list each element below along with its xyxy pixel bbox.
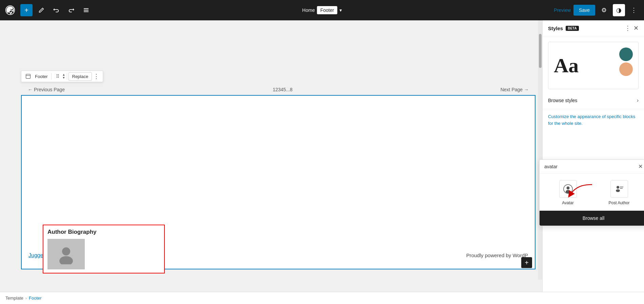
breadcrumb-home[interactable]: Home (302, 7, 315, 13)
breadcrumb-nav: Home Footer ▾ (302, 6, 342, 14)
block-toolbar: Footer ⠿ ▲ ▼ Replace ⋮ (21, 71, 103, 82)
beta-badge: Beta (566, 26, 579, 31)
add-block-toolbar-button[interactable]: + (20, 4, 33, 16)
breadcrumb-current[interactable]: Footer (317, 6, 337, 14)
breadcrumb-dropdown-icon[interactable]: ▾ (339, 7, 342, 13)
separator (51, 73, 52, 80)
save-button[interactable]: Save (573, 5, 595, 16)
scroll-thumb[interactable] (539, 34, 542, 68)
author-bio-title: Author Biography (47, 229, 160, 235)
author-biography-block: Author Biography (43, 225, 165, 273)
author-avatar-placeholder (47, 239, 85, 269)
style-preview-card[interactable]: Aa (548, 42, 639, 89)
svg-rect-2 (84, 10, 89, 11)
powered-by-text: Proudly powered by WordP (466, 252, 528, 258)
block-search-clear-button[interactable]: ✕ (638, 163, 643, 170)
footer-breadcrumb-link[interactable]: Footer (29, 296, 42, 301)
block-item-post-author[interactable]: Post Author (596, 180, 642, 205)
separator2 (67, 73, 67, 80)
block-search-input-row: ✕ (540, 160, 644, 173)
next-page-link[interactable]: Next Page → (501, 87, 529, 92)
toolbar-right: Preview Save ⚙ ◑ ⋮ (554, 4, 640, 16)
contrast-icon[interactable]: ◑ (613, 4, 625, 16)
post-author-block-icon (610, 180, 628, 198)
replace-button[interactable]: Replace (69, 72, 92, 81)
browse-styles-link[interactable]: Browse styles (548, 98, 577, 103)
wp-logo[interactable] (4, 4, 16, 16)
panel-header: Styles Beta ⋮ ✕ (543, 20, 644, 36)
more-options-icon[interactable]: ⋮ (628, 4, 640, 16)
red-arrow-annotation (567, 183, 594, 200)
list-view-button[interactable] (80, 4, 92, 16)
prev-page-link[interactable]: ← Previous Page (28, 87, 65, 92)
undo-button[interactable] (50, 4, 62, 16)
svg-point-12 (616, 189, 620, 192)
main-layout: Footer ⠿ ▲ ▼ Replace ⋮ ← Previous Page 1… (0, 20, 644, 292)
add-block-bottom-button[interactable]: + (521, 257, 532, 268)
settings-icon[interactable]: ⚙ (598, 4, 610, 16)
block-search-input[interactable] (544, 164, 636, 169)
svg-point-7 (59, 256, 73, 264)
footer-block: Juggernaut Proudly powered by WordP Auth… (21, 95, 535, 269)
svg-rect-1 (84, 8, 89, 9)
block-more-options-icon[interactable]: ⋮ (92, 73, 101, 80)
svg-rect-4 (26, 74, 31, 79)
avatar-block-label: Avatar (562, 201, 573, 205)
move-down-icon[interactable]: ▼ (62, 76, 65, 79)
panel-description-text: Customize the appearance of specific blo… (543, 109, 644, 131)
block-search-popup: ✕ Avatar (539, 159, 644, 226)
template-label: Template (5, 296, 23, 301)
block-move-arrows: ▲ ▼ (62, 73, 65, 79)
post-author-block-label: Post Author (608, 201, 629, 205)
panel-title: Styles (548, 25, 563, 31)
top-toolbar: + Home Footer ▾ Preview Save ⚙ ◑ ⋮ (0, 0, 644, 20)
preview-button[interactable]: Preview (554, 7, 571, 13)
svg-point-11 (617, 186, 619, 189)
panel-close-button[interactable]: ✕ (633, 25, 639, 31)
svg-point-6 (62, 247, 70, 255)
color-swatch-teal (619, 48, 633, 61)
panel-more-options-icon[interactable]: ⋮ (625, 24, 631, 32)
color-swatch-peach (619, 62, 633, 76)
status-bar: Template › Footer (0, 292, 644, 304)
page-numbers[interactable]: 12345...8 (273, 87, 292, 92)
style-preview-text: Aa (554, 55, 579, 76)
edit-icon[interactable] (35, 4, 47, 16)
browse-styles-row: Browse styles › (543, 95, 644, 109)
svg-rect-3 (84, 12, 89, 12)
browse-styles-chevron-icon[interactable]: › (637, 97, 639, 103)
browse-all-button[interactable]: Browse all (540, 211, 644, 226)
scroll-track (538, 20, 542, 280)
breadcrumb-separator-icon: › (25, 296, 27, 301)
block-icon[interactable] (23, 72, 33, 81)
styles-panel: Styles Beta ⋮ ✕ Aa Browse styles › Custo… (542, 20, 644, 292)
block-name-label: Footer (33, 74, 50, 79)
drag-handle-icon[interactable]: ⠿ (53, 72, 62, 81)
editor-area: Footer ⠿ ▲ ▼ Replace ⋮ ← Previous Page 1… (0, 20, 542, 292)
redo-button[interactable] (65, 4, 77, 16)
pagination-bar: ← Previous Page 12345...8 Next Page → (21, 87, 535, 92)
